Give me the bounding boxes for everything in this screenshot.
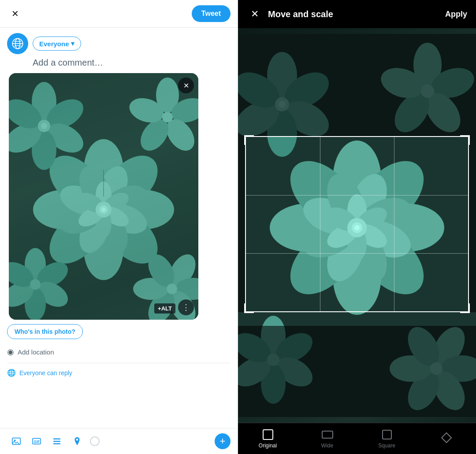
gif-icon: GIF xyxy=(32,436,41,446)
svg-point-28 xyxy=(101,207,106,212)
move-scale-title: Move and scale xyxy=(268,9,445,19)
svg-rect-58 xyxy=(12,438,20,445)
custom-tab-icon xyxy=(440,432,453,444)
wide-tab-label: Wide xyxy=(321,443,333,449)
svg-rect-64 xyxy=(53,443,61,444)
location-toolbar-icon xyxy=(72,436,82,446)
left-close-button[interactable]: ✕ xyxy=(7,6,23,22)
crop-box[interactable] xyxy=(245,136,469,312)
svg-rect-120 xyxy=(263,430,273,439)
corner-handle-tr xyxy=(460,135,470,145)
reply-row[interactable]: 🌐 Everyone can reply xyxy=(7,363,231,382)
audience-label: Everyone xyxy=(39,40,69,48)
list-icon xyxy=(52,436,62,446)
corner-handle-br xyxy=(460,303,470,313)
location-pin-icon: ◉ xyxy=(7,347,14,357)
left-header: ✕ Tweet xyxy=(0,0,238,28)
original-tab-icon xyxy=(262,428,274,441)
grid-line-h1 xyxy=(246,195,468,196)
audience-selector-button[interactable]: Everyone ▾ xyxy=(33,37,81,51)
svg-rect-122 xyxy=(383,430,391,439)
thread-indicator xyxy=(90,436,100,446)
svg-point-49 xyxy=(30,279,41,290)
svg-text:GIF: GIF xyxy=(34,440,40,444)
svg-point-56 xyxy=(167,284,177,294)
close-icon: ✕ xyxy=(183,81,189,90)
left-panel: ✕ Tweet Everyone ▾ Add a comment… xyxy=(0,0,238,454)
crop-overlay-top xyxy=(238,28,476,136)
chevron-down-icon: ▾ xyxy=(71,40,74,48)
square-tab-icon xyxy=(381,428,393,441)
bottom-tabs: Original Wide Square xyxy=(238,423,476,454)
tweet-button[interactable]: Tweet xyxy=(192,5,231,22)
succulent-image-svg xyxy=(9,73,198,320)
right-header: ✕ Move and scale Apply xyxy=(238,0,476,28)
svg-point-42 xyxy=(162,112,173,122)
avatar xyxy=(7,33,28,54)
tab-original[interactable]: Original xyxy=(238,428,298,449)
comment-area: Add a comment… xyxy=(33,58,231,68)
alt-text-button[interactable]: +ALT xyxy=(154,303,175,314)
editor-image-background xyxy=(238,28,476,423)
svg-point-36 xyxy=(41,123,47,129)
wide-tab-icon xyxy=(321,428,334,441)
gif-button[interactable]: GIF xyxy=(27,432,46,450)
tab-custom[interactable] xyxy=(416,432,476,446)
globe-avatar-icon xyxy=(11,37,24,50)
image-more-button[interactable]: ⋮ xyxy=(178,299,194,315)
crop-overlay-right xyxy=(469,136,476,312)
image-editor xyxy=(238,28,476,423)
globe-icon: 🌐 xyxy=(7,369,16,377)
more-dots-icon: ⋮ xyxy=(182,303,190,312)
original-tab-label: Original xyxy=(259,443,277,449)
user-row: Everyone ▾ xyxy=(7,33,231,54)
add-location-label: Add location xyxy=(18,348,54,356)
close-icon: ✕ xyxy=(251,8,259,20)
grid-line-h2 xyxy=(246,253,468,254)
svg-point-65 xyxy=(76,439,78,441)
comment-placeholder-text: Add a comment… xyxy=(33,58,103,67)
svg-rect-121 xyxy=(322,431,333,438)
svg-rect-62 xyxy=(53,439,61,439)
image-icon xyxy=(11,436,21,446)
plus-icon: + xyxy=(220,436,226,447)
tab-wide[interactable]: Wide xyxy=(298,428,357,449)
everyone-can-reply-label: Everyone can reply xyxy=(19,369,72,376)
image-remove-button[interactable]: ✕ xyxy=(178,78,194,93)
location-toolbar-button[interactable] xyxy=(68,432,86,450)
svg-marker-123 xyxy=(442,433,451,443)
tab-square[interactable]: Square xyxy=(357,428,416,449)
grid-line-v1 xyxy=(320,137,320,311)
grid-line-v2 xyxy=(394,137,394,311)
corner-handle-tl xyxy=(244,135,254,145)
crop-overlay-bottom xyxy=(238,326,476,423)
svg-rect-63 xyxy=(53,441,61,442)
add-thread-button[interactable]: + xyxy=(215,433,231,449)
tweet-image xyxy=(9,73,198,320)
square-tab-label: Square xyxy=(378,443,395,449)
location-row[interactable]: ◉ Add location xyxy=(7,341,231,363)
apply-button[interactable]: Apply xyxy=(445,10,467,19)
whos-in-photo-button[interactable]: Who's in this photo? xyxy=(7,324,83,339)
crop-overlay-left xyxy=(238,136,245,312)
right-close-button[interactable]: ✕ xyxy=(247,6,263,22)
left-content: Everyone ▾ Add a comment… xyxy=(0,28,238,428)
list-button[interactable] xyxy=(48,432,66,450)
corner-handle-bl xyxy=(244,303,254,313)
left-toolbar: GIF + xyxy=(0,428,238,454)
image-container: ✕ +ALT ⋮ xyxy=(9,73,198,320)
right-panel: ✕ Move and scale Apply xyxy=(238,0,476,454)
image-upload-button[interactable] xyxy=(7,432,26,450)
